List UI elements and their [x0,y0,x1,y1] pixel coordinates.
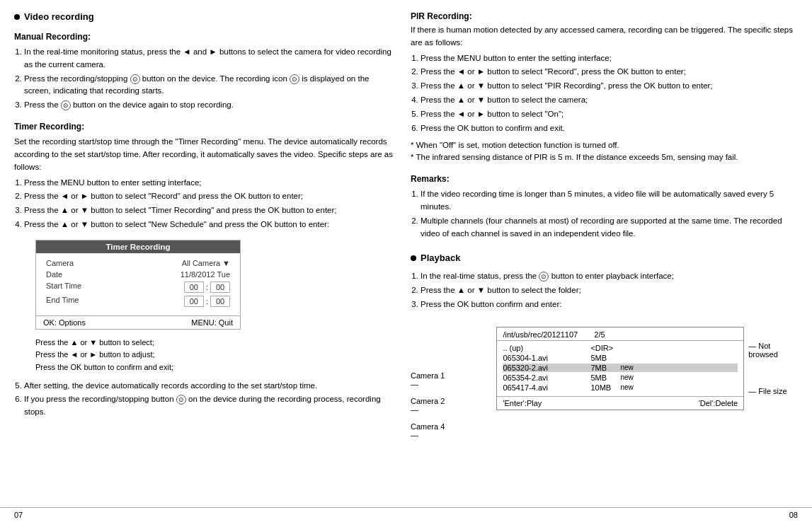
manual-step-2: Press the recording/stopping ⊙ button on… [24,73,396,98]
end-label: End Time [46,296,96,307]
timer-step-4: Press the ▲ or ▼ button to select "New S… [24,219,396,231]
pir-step-3: Press the ▲ or ▼ button to select "PIR R… [421,80,798,93]
timer-step-3: Press the ▲ or ▼ button to select "Timer… [24,204,396,217]
folder-file-1: 065304-1.avi [503,354,588,362]
timer-steps-cont-list: After setting, the device automatically … [14,380,396,419]
remark-2: Multiple channels (four channels at most… [421,215,798,240]
right-label-file-size: — File size [748,385,798,398]
right-column: PIR Recording: If there is human motion … [411,11,798,500]
playback-step-1: In the real-time status, press the ⊙ but… [421,270,798,283]
remarks-list: If the video recording time is longer th… [411,188,798,240]
folder-badge-4: new [620,383,636,391]
timer-box-footer: OK: Options MENU: Quit [36,315,240,329]
rec-stop-icon: ⊙ [176,395,186,405]
folder-size-2: 7MB [590,364,617,372]
timer-row-start: Start Time 00 : 00 [46,282,230,293]
timer-recording-box: Timer Recording Camera All Camera ▼ Date… [35,240,241,330]
pir-note-2: * The infrared sensing distance of PIR i… [411,151,798,164]
folder-box-footer: 'Enter':Play 'Del':Delete [497,396,743,410]
folder-file-4: 065417-4.avi [503,383,588,392]
pir-note-1: * When "Off" is set, motion detection fu… [411,139,798,152]
timer-row-camera: Camera All Camera ▼ [46,259,230,267]
playback-bullet-icon [411,255,416,261]
page-num-right: 08 [789,511,798,519]
pir-steps-list: Press the MENU button to enter the setti… [411,52,798,135]
folder-size-3: 5MB [590,373,617,382]
manual-step-3: Press the ⊙ button on the device again t… [24,99,396,112]
folder-row-4: 065417-4.avi 10MB new [503,383,738,392]
timer-step-5: After setting, the device automatically … [24,380,396,393]
date-label: Date [46,270,96,279]
right-label-not-browsed: — Not browsed [748,344,798,356]
caption-line-3: Press the OK button to confirm and exit; [35,361,396,374]
remarks-block: Remarks: If the video recording time is … [411,174,798,240]
page-num-left: 07 [14,511,23,519]
start-label: Start Time [46,282,96,293]
playback-steps-list: In the real-time status, press the ⊙ but… [411,270,798,311]
camera-value: All Camera ▼ [182,259,230,267]
pir-step-2: Press the ◄ or ► button to select "Recor… [421,66,798,79]
end-hour[interactable]: 00 [184,296,204,307]
timer-row-end: End Time 00 : 00 [46,296,230,307]
rec-indicator-icon: ⊙ [290,74,299,84]
folder-box-body: .. (up) <DIR> 065304-1.avi 5MB 065320-2.… [497,341,743,396]
playback-btn-icon: ⊙ [539,272,549,282]
pir-step-4: Press the ▲ or ▼ button to select the ca… [421,94,798,107]
folder-page: 2/5 [594,330,605,339]
stop-btn-icon: ⊙ [61,100,71,110]
folder-row-1: 065304-1.avi 5MB [503,354,738,362]
folder-row-2[interactable]: 065320-2.avi 7MB new [503,364,738,372]
pir-heading: PIR Recording: [411,11,798,21]
folder-file-2: 065320-2.avi [503,364,588,372]
left-section-title: Video recording [14,11,396,22]
folder-size-4: 10MB [590,383,617,392]
folder-badge-2: new [620,364,636,371]
page-container: Video recording Manual Recording: In the… [0,0,812,507]
folder-wrapper: Camera 1 — Camera 2 — Camera 4 — /int/us… [411,318,798,437]
end-min[interactable]: 00 [210,296,230,307]
folder-box-header: /int/usb/rec/20121107 2/5 [497,327,743,341]
manual-step-1: In the real-time monitoring status, pres… [24,46,396,71]
bullet-icon [14,14,20,20]
camera-labels: Camera 1 — Camera 2 — Camera 4 — [411,318,451,437]
folder-file-3: 065354-2.avi [503,373,588,382]
remark-1: If the video recording time is longer th… [421,188,798,214]
start-hour[interactable]: 00 [184,282,204,293]
end-value: 00 : 00 [184,296,230,307]
date-value: 11/8/2012 Tue [181,270,230,279]
playback-title: Playback [411,253,798,263]
playback-folder-box: /int/usb/rec/20121107 2/5 .. (up) <DIR> … [496,327,744,410]
camera-label-2: Camera 2 — [411,399,451,412]
playback-step-2: Press the ▲ or ▼ button to select the fo… [421,284,798,297]
folder-path: /int/usb/rec/20121107 [503,330,578,339]
pir-step-1: Press the MENU button to enter the setti… [421,52,798,65]
folder-enter-play: 'Enter':Play [503,399,542,407]
playback-section: Playback In the real-time status, press … [411,253,798,436]
folder-size-1: 5MB [590,354,617,362]
start-value: 00 : 00 [184,282,230,293]
caption-line-2: Press the ◄ or ► button to adjust; [35,349,396,361]
left-column: Video recording Manual Recording: In the… [14,11,396,500]
folder-up-dir: <DIR> [590,344,613,352]
pir-intro: If there is human motion detected by any… [411,24,798,50]
start-min[interactable]: 00 [210,282,230,293]
camera-label-blank1 [411,348,451,361]
folder-del-delete: 'Del':Delete [699,399,738,407]
remarks-heading: Remarks: [411,174,798,184]
timer-step-2: Press the ◄ or ► button to select "Recor… [24,190,396,203]
timer-box-body: Camera All Camera ▼ Date 11/8/2012 Tue S… [36,253,240,315]
timer-step-1: Press the MENU button to enter setting i… [24,177,396,190]
playback-title-text: Playback [421,253,460,263]
timer-step-6: If you press the recording/stopping butt… [24,393,396,419]
timer-menu-quit: MENU: Quit [191,318,233,327]
camera-label-1: Camera 1 — [411,373,451,386]
caption-line-1: Press the ▲ or ▼ button to select; [35,337,396,349]
timer-row-date: Date 11/8/2012 Tue [46,270,230,279]
pir-step-6: Press the OK button to confirm and exit. [421,122,798,135]
folder-row-up: .. (up) <DIR> [503,344,738,352]
timer-box-title: Timer Recording [36,240,240,253]
video-recording-title: Video recording [24,11,94,22]
page-footer: 07 08 [0,507,812,522]
pir-step-5: Press the ◄ or ► button to select "On"; [421,108,798,121]
folder-up-name: .. (up) [503,344,588,352]
